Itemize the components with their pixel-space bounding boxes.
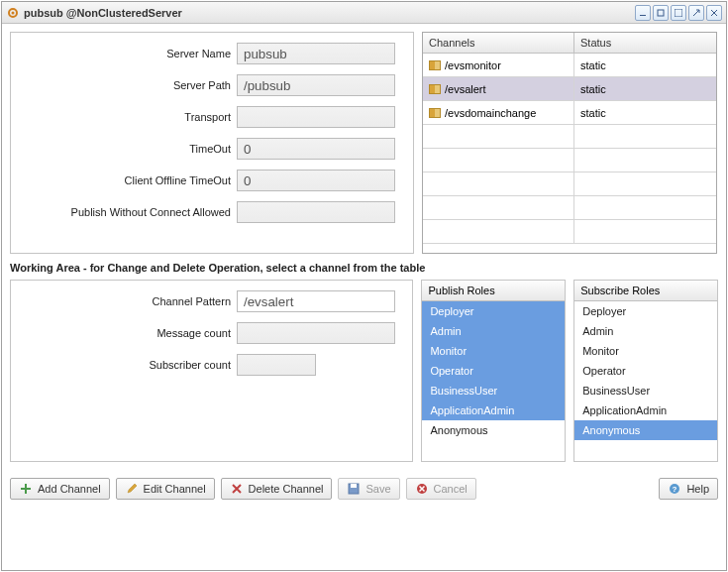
table-row <box>423 125 716 149</box>
channel-pattern-input[interactable] <box>237 290 395 312</box>
table-row <box>423 220 716 244</box>
maximize-button[interactable] <box>671 5 686 21</box>
message-count-input[interactable] <box>237 322 395 344</box>
status-cell <box>574 149 716 172</box>
role-item[interactable]: BusinessUser <box>574 381 717 400</box>
channel-cell <box>423 220 574 244</box>
status-cell <box>574 125 716 149</box>
role-item[interactable]: ApplicationAdmin <box>574 400 717 420</box>
role-item[interactable]: Monitor <box>574 341 717 361</box>
restore-button[interactable] <box>653 5 669 21</box>
server-path-label: Server Path <box>19 79 237 91</box>
timeout-label: TimeOut <box>19 143 237 155</box>
close-button[interactable] <box>706 5 722 21</box>
publish-without-connect-label: Publish Without Connect Allowed <box>19 206 237 218</box>
subscribe-roles-header: Subscribe Roles <box>574 281 717 301</box>
role-item[interactable]: Operator <box>422 361 565 381</box>
status-cell <box>574 220 716 244</box>
svg-rect-3 <box>658 10 664 16</box>
publish-without-connect-input[interactable] <box>237 201 395 223</box>
save-button[interactable]: Save <box>338 478 399 500</box>
table-row <box>423 172 716 196</box>
cancel-label: Cancel <box>434 483 468 495</box>
timeout-input[interactable] <box>237 138 395 160</box>
channel-icon <box>429 84 441 94</box>
channel-name: /evsdomainchange <box>445 107 536 119</box>
save-icon <box>347 482 361 496</box>
table-row[interactable]: /evsdomainchangestatic <box>423 101 716 125</box>
channel-cell: /evsmonitor <box>423 54 574 77</box>
role-item[interactable]: Operator <box>574 361 717 381</box>
titlebar: pubsub @NonClusteredServer <box>2 2 726 24</box>
role-item[interactable]: Admin <box>422 321 565 341</box>
channel-icon <box>429 60 441 70</box>
detach-button[interactable] <box>688 5 704 21</box>
role-item[interactable]: Anonymous <box>422 420 565 440</box>
channels-body: /evsmonitorstatic/evsalertstatic/evsdoma… <box>423 54 716 244</box>
channel-name: /evsalert <box>445 83 486 95</box>
help-label: Help <box>686 483 709 495</box>
role-item[interactable]: Deployer <box>574 301 717 321</box>
message-count-label: Message count <box>19 327 237 339</box>
svg-rect-2 <box>640 15 646 16</box>
publish-roles-panel: Publish Roles DeployerAdminMonitorOperat… <box>421 280 566 462</box>
svg-rect-8 <box>351 484 357 488</box>
add-channel-label: Add Channel <box>38 483 101 495</box>
subscriber-count-label: Subscriber count <box>19 359 237 371</box>
role-item[interactable]: BusinessUser <box>422 381 565 400</box>
table-row <box>423 196 716 220</box>
delete-icon <box>230 482 244 496</box>
edit-channel-button[interactable]: Edit Channel <box>116 478 215 500</box>
minimize-button[interactable] <box>635 5 651 21</box>
client-offline-timeout-label: Client Offline TimeOut <box>19 174 237 186</box>
publish-roles-header: Publish Roles <box>422 281 565 301</box>
role-item[interactable]: ApplicationAdmin <box>422 400 565 420</box>
server-name-input[interactable] <box>237 43 395 64</box>
status-cell: static <box>574 77 716 101</box>
transport-label: Transport <box>19 111 237 123</box>
role-item[interactable]: Admin <box>574 321 717 341</box>
delete-channel-button[interactable]: Delete Channel <box>221 478 333 500</box>
server-form: Server Name Server Path Transport TimeOu… <box>10 32 414 254</box>
channel-cell <box>423 172 574 196</box>
gear-icon <box>6 6 20 20</box>
svg-text:?: ? <box>673 485 677 494</box>
edit-channel-label: Edit Channel <box>144 483 206 495</box>
working-area-heading: Working Area - for Change and Delete Ope… <box>10 262 718 274</box>
channel-pattern-label: Channel Pattern <box>19 295 237 307</box>
svg-point-1 <box>12 11 15 14</box>
add-channel-button[interactable]: Add Channel <box>10 478 110 500</box>
server-name-label: Server Name <box>19 48 237 59</box>
subscriber-count-input[interactable] <box>237 354 316 376</box>
channel-cell <box>423 125 574 149</box>
button-bar: Add Channel Edit Channel Delete Channel … <box>10 474 718 504</box>
working-form: Channel Pattern Message count Subscriber… <box>10 280 413 462</box>
transport-input[interactable] <box>237 106 395 128</box>
save-label: Save <box>365 483 390 495</box>
channel-cell <box>423 149 574 172</box>
publish-roles-list: DeployerAdminMonitorOperatorBusinessUser… <box>422 301 565 461</box>
status-cell: static <box>574 54 716 77</box>
role-item[interactable]: Deployer <box>422 301 565 321</box>
status-cell <box>574 172 716 196</box>
cancel-button[interactable]: Cancel <box>406 478 476 500</box>
delete-channel-label: Delete Channel <box>249 483 324 495</box>
pubsub-window: pubsub @NonClusteredServer Server Name S… <box>1 1 727 571</box>
help-button[interactable]: ? Help <box>659 478 718 500</box>
role-item[interactable]: Anonymous <box>574 420 717 440</box>
status-header: Status <box>574 33 716 54</box>
table-row[interactable]: /evsalertstatic <box>423 77 716 101</box>
svg-rect-6 <box>25 484 27 494</box>
server-path-input[interactable] <box>237 74 395 96</box>
cancel-icon <box>415 482 429 496</box>
channels-header: Channels <box>423 33 574 54</box>
channel-cell: /evsdomainchange <box>423 101 574 125</box>
role-item[interactable]: Monitor <box>422 341 565 361</box>
channel-cell <box>423 196 574 220</box>
channels-table: Channels Status /evsmonitorstatic/evsale… <box>422 32 717 254</box>
subscribe-roles-panel: Subscribe Roles DeployerAdminMonitorOper… <box>573 280 718 462</box>
status-cell <box>574 196 716 220</box>
client-offline-timeout-input[interactable] <box>237 170 395 191</box>
window-controls <box>635 5 722 21</box>
table-row[interactable]: /evsmonitorstatic <box>423 54 716 77</box>
